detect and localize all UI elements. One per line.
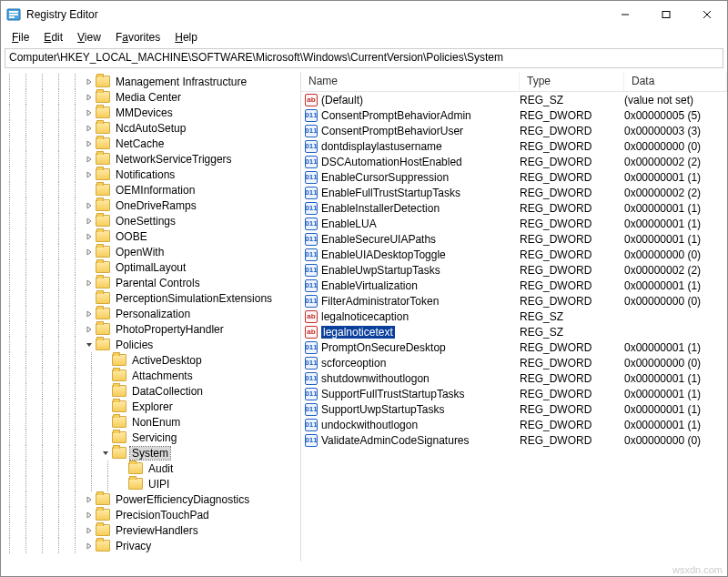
list-row[interactable]: 011SupportFullTrustStartupTasksREG_DWORD… <box>301 386 727 401</box>
tree-node-label[interactable]: Audit <box>147 462 175 475</box>
chevron-right-icon[interactable] <box>83 277 96 289</box>
tree-node[interactable]: Media Center <box>1 89 300 105</box>
tree-node[interactable]: Privacy <box>1 538 300 553</box>
list-row[interactable]: ablegalnoticetextREG_SZ <box>301 324 727 339</box>
chevron-right-icon[interactable] <box>83 122 96 135</box>
menu-edit[interactable]: Edit <box>36 29 70 46</box>
list-row[interactable]: ablegalnoticecaptionREG_SZ <box>301 309 727 324</box>
list-row[interactable]: 011scforceoptionREG_DWORD0x00000000 (0) <box>301 355 727 370</box>
minimize-button[interactable] <box>604 2 645 28</box>
tree-node[interactable]: Parental Controls <box>1 275 300 290</box>
tree-node-label[interactable]: Management Infrastructure <box>114 76 248 88</box>
list-row[interactable]: 011ConsentPromptBehaviorUserREG_DWORD0x0… <box>301 123 727 138</box>
menu-view[interactable]: View <box>70 29 108 46</box>
list-row[interactable]: 011EnableSecureUIAPathsREG_DWORD0x000000… <box>301 231 727 247</box>
tree-node-label[interactable]: Media Center <box>114 91 183 104</box>
menu-favorites[interactable]: Favorites <box>108 29 167 46</box>
list-row[interactable]: 011dontdisplaylastusernameREG_DWORD0x000… <box>301 138 727 154</box>
tree-node-label[interactable]: Policies <box>114 339 155 351</box>
list-row[interactable]: 011ConsentPromptBehaviorAdminREG_DWORD0x… <box>301 107 727 123</box>
tree-node-label[interactable]: OptimalLayout <box>114 261 187 274</box>
chevron-right-icon[interactable] <box>83 106 96 119</box>
close-button[interactable] <box>686 2 727 28</box>
tree-node[interactable]: DataCollection <box>1 383 300 399</box>
chevron-right-icon[interactable] <box>83 230 96 243</box>
tree-node[interactable]: ActiveDesktop <box>1 352 300 368</box>
tree-node[interactable]: Servicing <box>1 430 300 445</box>
chevron-right-icon[interactable] <box>83 540 96 552</box>
tree-node[interactable]: NetworkServiceTriggers <box>1 151 300 167</box>
list-row[interactable]: 011FilterAdministratorTokenREG_DWORD0x00… <box>301 293 727 309</box>
chevron-down-icon[interactable] <box>83 339 96 351</box>
chevron-right-icon[interactable] <box>83 137 96 150</box>
tree-node[interactable]: OptimalLayout <box>1 259 300 275</box>
list-row[interactable]: 011SupportUwpStartupTasksREG_DWORD0x0000… <box>301 401 727 417</box>
menu-help[interactable]: Help <box>167 29 205 46</box>
chevron-right-icon[interactable] <box>83 246 96 258</box>
tree-node-label[interactable]: MMDevices <box>114 106 175 119</box>
chevron-right-icon[interactable] <box>83 524 96 537</box>
tree-node-label[interactable]: DataCollection <box>130 385 205 398</box>
tree-node-label[interactable]: NetworkServiceTriggers <box>114 153 234 166</box>
tree-node-label[interactable]: NonEnum <box>130 416 182 429</box>
tree-node-label[interactable]: Explorer <box>130 400 175 413</box>
tree-node[interactable]: OEMInformation <box>1 182 300 197</box>
list-row[interactable]: 011EnableInstallerDetectionREG_DWORD0x00… <box>301 200 727 216</box>
chevron-down-icon[interactable] <box>99 447 112 460</box>
tree-node-label[interactable]: OpenWith <box>114 246 166 258</box>
list-row[interactable]: 011shutdownwithoutlogonREG_DWORD0x000000… <box>301 370 727 386</box>
tree-node[interactable]: PrecisionTouchPad <box>1 507 300 522</box>
list-row[interactable]: 011EnableUIADesktopToggleREG_DWORD0x0000… <box>301 247 727 262</box>
tree-node[interactable]: Policies <box>1 337 300 352</box>
col-data[interactable]: Data <box>624 72 727 91</box>
list-row[interactable]: 011DSCAutomationHostEnabledREG_DWORD0x00… <box>301 154 727 169</box>
tree-node-label[interactable]: Privacy <box>114 540 153 552</box>
tree-node[interactable]: MMDevices <box>1 105 300 120</box>
tree-node[interactable]: OneSettings <box>1 213 300 228</box>
tree-node[interactable]: NetCache <box>1 136 300 151</box>
list-row[interactable]: 011EnableCursorSuppressionREG_DWORD0x000… <box>301 169 727 185</box>
chevron-right-icon[interactable] <box>83 323 96 336</box>
chevron-right-icon[interactable] <box>83 199 96 212</box>
chevron-right-icon[interactable] <box>83 168 96 181</box>
list-row[interactable]: 011EnableVirtualizationREG_DWORD0x000000… <box>301 278 727 293</box>
tree-view[interactable]: Management InfrastructureMedia CenterMMD… <box>1 72 301 562</box>
tree-node-label[interactable]: Servicing <box>130 431 178 444</box>
tree-node-label[interactable]: OneDriveRamps <box>114 199 198 212</box>
tree-node-label[interactable]: PowerEfficiencyDiagnostics <box>114 493 251 506</box>
tree-node[interactable]: Explorer <box>1 399 300 414</box>
tree-node-label[interactable]: PreviewHandlers <box>114 524 200 537</box>
list-view[interactable]: Name Type Data ab(Default)REG_SZ(value n… <box>301 72 727 562</box>
tree-node[interactable]: PowerEfficiencyDiagnostics <box>1 491 300 507</box>
tree-node[interactable]: NonEnum <box>1 414 300 430</box>
tree-node-label[interactable]: Notifications <box>114 168 177 181</box>
tree-node[interactable]: PerceptionSimulationExtensions <box>1 290 300 306</box>
tree-node-label[interactable]: Parental Controls <box>114 277 202 289</box>
tree-node-label[interactable]: Attachments <box>130 369 195 382</box>
tree-node-label[interactable]: PhotoPropertyHandler <box>114 323 226 336</box>
tree-node[interactable]: Attachments <box>1 368 300 383</box>
chevron-right-icon[interactable] <box>83 308 96 320</box>
tree-node-label[interactable]: Personalization <box>114 308 192 320</box>
tree-node-label[interactable]: PerceptionSimulationExtensions <box>114 292 274 305</box>
tree-node[interactable]: NcdAutoSetup <box>1 120 300 136</box>
tree-node[interactable]: UIPI <box>1 476 300 491</box>
address-bar[interactable]: Computer\HKEY_LOCAL_MACHINE\SOFTWARE\Mic… <box>5 48 723 68</box>
list-row[interactable]: 011undockwithoutlogonREG_DWORD0x00000001… <box>301 417 727 432</box>
col-name[interactable]: Name <box>301 72 520 91</box>
chevron-right-icon[interactable] <box>83 215 96 228</box>
list-row[interactable]: 011EnableLUAREG_DWORD0x00000001 (1) <box>301 216 727 231</box>
tree-node[interactable]: Notifications <box>1 167 300 182</box>
list-row[interactable]: ab(Default)REG_SZ(value not set) <box>301 92 727 107</box>
list-row[interactable]: 011EnableFullTrustStartupTasksREG_DWORD0… <box>301 185 727 200</box>
chevron-right-icon[interactable] <box>83 91 96 104</box>
tree-node[interactable]: OneDriveRamps <box>1 197 300 213</box>
tree-node[interactable]: Audit <box>1 461 300 476</box>
list-row[interactable]: 011PromptOnSecureDesktopREG_DWORD0x00000… <box>301 339 727 355</box>
menu-file[interactable]: File <box>5 29 36 46</box>
tree-node-label[interactable]: PrecisionTouchPad <box>114 509 211 521</box>
tree-node[interactable]: PreviewHandlers <box>1 522 300 538</box>
list-row[interactable]: 011ValidateAdminCodeSignaturesREG_DWORD0… <box>301 432 727 448</box>
tree-node[interactable]: OOBE <box>1 228 300 244</box>
tree-node-label[interactable]: OEMInformation <box>114 184 197 197</box>
